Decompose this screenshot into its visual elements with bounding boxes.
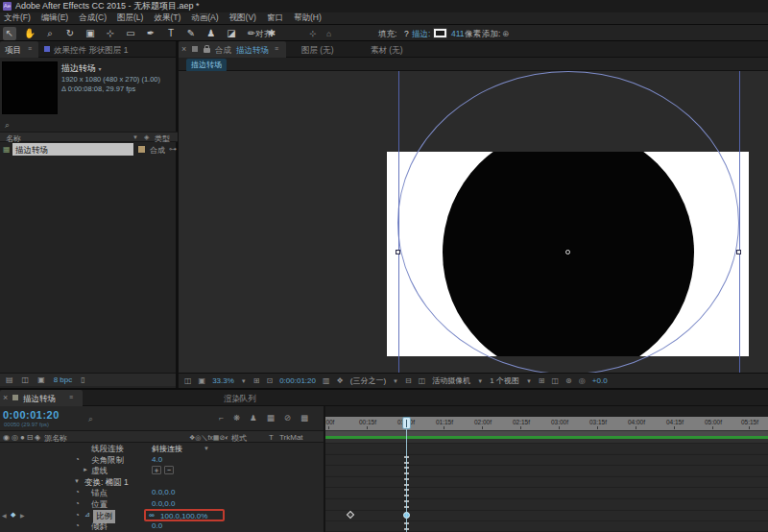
workspace-grid-icon[interactable]: ⌂ [326, 29, 331, 38]
twirl-right-icon[interactable]: ► [83, 467, 88, 472]
snapshot-icon[interactable]: ▥ [323, 376, 330, 385]
new-composition-icon[interactable]: ▣ [37, 375, 45, 384]
view-caret-icon[interactable]: ▼ [526, 378, 532, 384]
label-column-icon[interactable]: ◈ [144, 133, 149, 141]
menu-file[interactable]: 文件(F) [4, 12, 31, 24]
line-join-value[interactable]: 斜接连接 [152, 444, 182, 454]
menu-composition[interactable]: 合成(C) [79, 12, 107, 24]
stopwatch-icon[interactable]: ◔ [75, 455, 80, 464]
label-color-chip[interactable] [137, 145, 146, 154]
transparency-grid-icon[interactable]: ◫ [419, 376, 426, 385]
timeline-search-icon[interactable]: ⌕ [88, 414, 93, 424]
prev-keyframe-icon[interactable]: ◀ [2, 512, 7, 519]
channels-icon[interactable]: ❖ [337, 376, 344, 385]
tab-effect-controls[interactable]: 效果控件 形状图层 1 [54, 45, 128, 57]
menu-effect[interactable]: 效果(T) [154, 12, 180, 24]
interpret-footage-icon[interactable]: ▤ [6, 375, 13, 384]
ellipse-path-outline[interactable] [397, 71, 739, 373]
add-icon[interactable]: ⊕ [502, 29, 509, 38]
menu-layer[interactable]: 图层(L) [117, 12, 143, 24]
stroke-label[interactable]: 描边: [412, 29, 430, 40]
exposure-value[interactable]: +0.0 [592, 376, 608, 385]
stopwatch-icon[interactable]: ◔ [75, 488, 80, 496]
composition-thumbnail[interactable] [2, 61, 58, 114]
constrain-proportions-icon[interactable]: ∞ [149, 511, 155, 520]
type-tool-icon[interactable]: T [164, 27, 178, 40]
fill-swatch[interactable]: ? [404, 29, 409, 38]
project-item-row[interactable]: ▦ 描边转场 合成 ⊶ [0, 143, 178, 156]
dash-remove-button[interactable]: － [164, 466, 174, 474]
stopwatch-icon[interactable]: ◔ [75, 521, 80, 530]
sort-caret-icon[interactable]: ▼ [132, 134, 138, 140]
bit-depth[interactable]: 8 bpc [54, 375, 73, 384]
pan-behind-tool-icon[interactable]: ⊹ [104, 27, 117, 40]
tab-composition[interactable]: × 合成 描边转场 ≡ [179, 41, 286, 58]
playhead-line[interactable] [406, 417, 407, 532]
selection-tool-icon[interactable]: ↖ [3, 27, 16, 40]
stroke-width-value[interactable]: 411 [451, 29, 465, 38]
stopwatch-icon[interactable]: ◔ [75, 511, 80, 520]
caret-down-icon[interactable]: ▾ [99, 66, 102, 72]
panel-menu-icon[interactable]: ≡ [28, 45, 32, 52]
composition-viewer[interactable] [179, 71, 768, 373]
pen-tool-icon[interactable]: ✒ [144, 27, 157, 40]
graph-editor-icon[interactable]: ▩ [300, 413, 308, 423]
path-handle-right[interactable] [736, 250, 741, 254]
frame-blending-icon[interactable]: ▦ [267, 413, 275, 423]
miter-limit-value[interactable]: 4.0 [152, 455, 162, 464]
menu-window[interactable]: 窗口 [267, 12, 283, 24]
magnification-icon[interactable]: ▣ [199, 376, 206, 385]
search-icon[interactable]: ⌕ [5, 120, 10, 131]
tab-project[interactable]: 项目 ≡ [0, 41, 38, 58]
panel-menu-icon[interactable]: ≡ [69, 394, 73, 400]
camera-caret-icon[interactable]: ▼ [477, 378, 483, 384]
tab-render-queue[interactable]: 渲染队列 [224, 394, 256, 405]
twirl-down-icon[interactable]: ▼ [74, 478, 80, 484]
zoom-tool-icon[interactable]: ⌕ [43, 27, 57, 40]
menu-view[interactable]: 视图(V) [229, 12, 256, 24]
scale-value[interactable]: 100.0,100.0% [160, 512, 207, 520]
align-label[interactable]: 对齐 [255, 29, 272, 40]
trash-icon[interactable]: ▯ [81, 375, 84, 384]
always-preview-icon[interactable]: ◫ [184, 376, 192, 385]
new-folder-icon[interactable]: ◫ [22, 375, 30, 384]
menu-animation[interactable]: 动画(A) [191, 12, 218, 24]
eraser-tool-icon[interactable]: ◪ [225, 27, 238, 40]
motion-blur-icon[interactable]: ⊘ [284, 413, 291, 423]
lock-icon[interactable] [204, 48, 210, 53]
close-icon[interactable]: × [3, 393, 8, 402]
tab-layer[interactable]: 图层 (无) [301, 45, 334, 57]
clone-stamp-tool-icon[interactable]: ♟ [204, 27, 218, 40]
menu-edit[interactable]: 编辑(E) [41, 12, 68, 24]
anchor-point[interactable] [565, 250, 570, 254]
anchor-point-value[interactable]: 0.0,0.0 [152, 488, 175, 496]
position-value[interactable]: 0.0,0.0 [152, 499, 175, 508]
comp-mini-flowchart-icon[interactable]: ⌐ [219, 413, 224, 423]
tab-timeline-comp[interactable]: × 描边转场 ≡ [0, 390, 83, 406]
zoom-level[interactable]: 33.3% [212, 376, 234, 385]
dropdown-caret-icon[interactable]: ▼ [204, 446, 209, 451]
resolution-value[interactable]: (三分之一) [350, 375, 386, 386]
keyframe-at-time-icon[interactable]: ◆ [11, 511, 15, 519]
stopwatch-icon[interactable]: ◔ [75, 499, 80, 508]
shape-tool-icon[interactable]: ▭ [124, 27, 137, 40]
column-trkmat[interactable]: TrkMat [279, 433, 303, 442]
camera-tool-icon[interactable]: ▣ [84, 27, 97, 40]
grid-guides-icon[interactable]: ⊞ [253, 376, 260, 385]
menu-help[interactable]: 帮助(H) [294, 12, 322, 24]
camera-name[interactable]: 活动摄像机 [432, 375, 470, 386]
playhead-head[interactable] [402, 417, 411, 429]
zoom-caret-icon[interactable]: ▼ [241, 378, 247, 384]
graph-toggle-icon[interactable]: ⊿ [84, 511, 90, 519]
rotation-tool-icon[interactable]: ↻ [63, 27, 77, 40]
pixel-aspect-icon[interactable]: ⊞ [539, 376, 545, 385]
panel-menu-icon[interactable]: ≡ [275, 45, 278, 52]
shy-layers-icon[interactable]: ♟ [250, 413, 257, 423]
stroke-color-swatch[interactable] [434, 29, 446, 37]
close-icon[interactable]: × [181, 44, 186, 54]
current-time[interactable]: 0:00:01:20 [279, 376, 316, 385]
mask-visibility-icon[interactable]: ⊡ [266, 376, 273, 385]
brush-tool-icon[interactable]: ✎ [184, 27, 198, 40]
breadcrumb[interactable]: 描边转场 [186, 59, 227, 72]
timeline-button-icon[interactable]: ⊛ [565, 376, 572, 385]
